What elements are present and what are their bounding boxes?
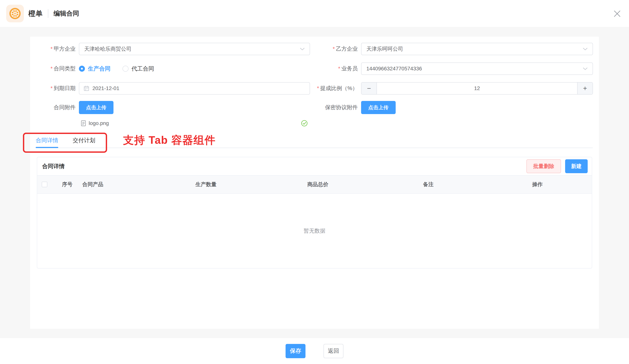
- chevron-down-icon: [583, 67, 588, 70]
- empty-state-text: 暂无数据: [304, 227, 325, 235]
- required-asterisk: *: [333, 46, 335, 52]
- increase-button[interactable]: +: [577, 83, 593, 94]
- tab-bar: 合同详情 交付计划: [36, 133, 593, 148]
- app-window: 橙单 编辑合同 *甲方企业 天津哈哈乐商贸公司: [0, 0, 629, 364]
- nda-attachment-label: *保密协议附件: [310, 104, 361, 111]
- form-row-4: *合同附件 点击上传 *保密协议附件 点击上传: [30, 101, 599, 114]
- form-row-1: *甲方企业 天津哈哈乐商贸公司 *乙方企业 天津乐呵呵公司: [30, 43, 599, 55]
- contract-attachment-label: *合同附件: [30, 104, 79, 111]
- edit-contract-card: *甲方企业 天津哈哈乐商贸公司 *乙方企业 天津乐呵呵公司: [30, 37, 599, 329]
- contract-type-label: *合同类型: [30, 65, 79, 72]
- page-background: *甲方企业 天津哈哈乐商贸公司 *乙方企业 天津乐呵呵公司: [0, 27, 629, 338]
- table-header-row: 序号 合同产品 生产数量 商品总价 备注 操作: [37, 176, 592, 194]
- create-button[interactable]: 新建: [565, 159, 588, 173]
- form-row-3: *到期日期 2021-12-01: [30, 82, 599, 94]
- calendar-icon: [83, 85, 89, 91]
- chevron-down-icon: [583, 48, 588, 50]
- form-row-2: *合同类型 生产合同 代工合同: [30, 63, 599, 75]
- column-header-remark: 备注: [374, 181, 483, 188]
- nda-upload-button[interactable]: 点击上传: [361, 101, 396, 114]
- expire-date-label: *到期日期: [30, 85, 79, 92]
- back-button[interactable]: 返回: [323, 344, 343, 358]
- salesman-label: *业务员: [310, 65, 361, 72]
- chevron-down-icon: [300, 48, 305, 50]
- column-header-index: 序号: [57, 181, 78, 188]
- column-header-product: 合同产品: [78, 181, 150, 188]
- radio-oem-contract[interactable]: 代工合同: [123, 65, 154, 73]
- upload-success-check-icon: [301, 120, 308, 127]
- panel-actions: 批量删除 新建: [526, 159, 588, 173]
- tab-delivery-plan[interactable]: 交付计划: [73, 133, 95, 148]
- expire-date-input[interactable]: 2021-12-01: [79, 82, 310, 94]
- app-name: 橙单: [28, 9, 43, 18]
- panel-header: 合同详情 批量删除 新建: [37, 157, 592, 176]
- page-title: 编辑合同: [54, 9, 79, 18]
- panel-title: 合同详情: [42, 163, 65, 170]
- contract-form: *甲方企业 天津哈哈乐商贸公司 *乙方企业 天津乐呵呵公司: [30, 37, 599, 128]
- close-icon[interactable]: [613, 9, 622, 18]
- file-name: logo.png: [89, 120, 109, 126]
- commission-value[interactable]: 12: [377, 85, 577, 91]
- party-a-label: *甲方企业: [30, 45, 79, 53]
- radio-label: 代工合同: [132, 65, 154, 73]
- column-header-total-price: 商品总价: [262, 181, 374, 188]
- orange-slice-icon: [9, 7, 21, 20]
- save-button[interactable]: 保存: [286, 344, 306, 358]
- plus-icon: +: [583, 85, 587, 92]
- party-a-value: 天津哈哈乐商贸公司: [84, 45, 132, 53]
- salesman-select[interactable]: 1440966324770574336: [361, 63, 593, 75]
- commission-label: *提成比例（%）: [310, 85, 361, 92]
- required-asterisk: *: [50, 46, 53, 52]
- title-divider: [48, 9, 48, 18]
- radio-checked-icon: [79, 66, 85, 72]
- contract-upload-button[interactable]: 点击上传: [79, 101, 114, 114]
- required-asterisk: *: [338, 66, 340, 72]
- party-b-select[interactable]: 天津乐呵呵公司: [361, 43, 593, 55]
- footer-action-bar: 保存 返回: [0, 338, 629, 364]
- salesman-value: 1440966324770574336: [366, 66, 422, 72]
- commission-stepper: − 12 +: [361, 82, 593, 94]
- column-header-operations: 操作: [483, 181, 592, 188]
- decrease-button[interactable]: −: [361, 83, 377, 94]
- column-header-quantity: 生产数量: [150, 181, 262, 188]
- party-b-label: *乙方企业: [310, 45, 361, 53]
- app-logo-icon: [6, 5, 24, 22]
- required-asterisk: *: [50, 66, 53, 72]
- contract-details-panel: 合同详情 批量删除 新建 序号 合同产品 生产数量 商品总价 备注 操作: [37, 157, 592, 269]
- required-asterisk: *: [50, 85, 53, 91]
- expire-date-value: 2021-12-01: [92, 85, 119, 91]
- tab-contract-details[interactable]: 合同详情: [36, 133, 58, 148]
- batch-delete-button[interactable]: 批量删除: [526, 159, 561, 173]
- radio-production-contract[interactable]: 生产合同: [79, 65, 111, 73]
- radio-label: 生产合同: [88, 65, 111, 73]
- titlebar: 橙单 编辑合同: [0, 0, 629, 27]
- radio-unchecked-icon: [123, 66, 129, 72]
- select-all-checkbox[interactable]: [42, 182, 47, 187]
- minus-icon: −: [367, 85, 371, 92]
- document-icon: [81, 120, 86, 126]
- party-b-value: 天津乐呵呵公司: [366, 45, 403, 53]
- party-a-select[interactable]: 天津哈哈乐商贸公司: [79, 43, 310, 55]
- required-asterisk: *: [317, 85, 319, 91]
- uploaded-file-item[interactable]: logo.png: [81, 119, 310, 128]
- contract-type-radio-group: 生产合同 代工合同: [79, 65, 154, 73]
- table-body: 暂无数据: [37, 194, 592, 268]
